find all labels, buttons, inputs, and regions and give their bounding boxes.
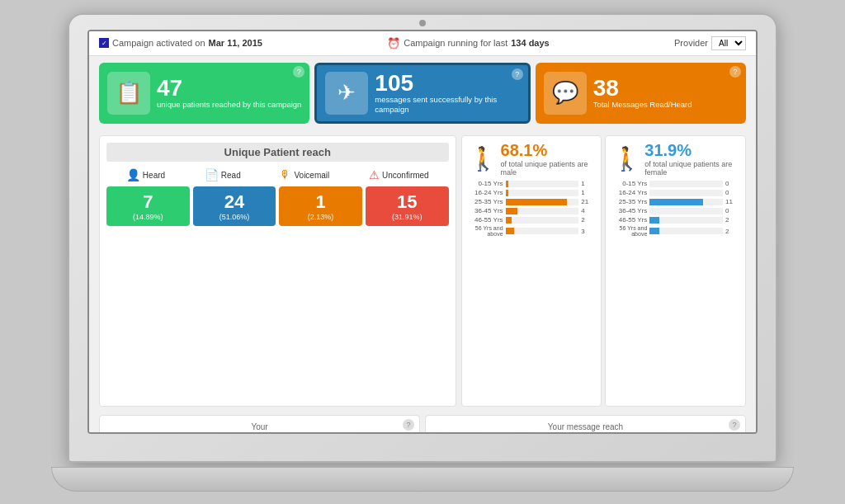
campaign-activated-section: ✓ Campaign activated on Mar 11, 2015 [99,38,262,48]
female-age-0-15: 0-15 Yrs 0 [612,180,739,187]
female-age-val-0-15: 0 [725,180,739,187]
category-heard: 👤 Heard [126,168,165,181]
male-age-bg-36-45 [506,208,579,214]
chat-icon: 💬 [544,72,587,115]
count-heard: 7 (14.89%) [106,186,190,226]
female-age-16-24: 16-24 Yrs 0 [612,189,739,196]
male-age-val-16-24: 1 [581,189,594,196]
stat-number-patients: 47 [157,77,301,100]
male-age-46-55: 46-55 Yrs 2 [469,216,595,224]
female-age-label-25-35: 25-35 Yrs [612,198,647,205]
provider-select[interactable]: All [711,36,746,50]
categories-row: 👤 Heard 📄 Read 🎙 Voicemail [106,168,449,181]
heard-icon: 👤 [126,168,140,181]
male-age-val-36-45: 4 [581,207,594,214]
female-age-bg-46-55 [649,217,723,224]
female-age-label-36-45: 36-45 Yrs [612,207,647,214]
female-age-bars: 0-15 Yrs 0 16-24 Yrs 0 [612,180,739,237]
male-age-36-45: 36-45 Yrs 4 [469,207,595,214]
bottom-card-delivery-meter: ? Your message reach Delivery success me… [425,415,746,431]
bottom-card-your-message-reach: Your message reach [432,422,739,431]
provider-section: Provider All [674,36,746,50]
count-unconfirmed-number: 15 [369,191,446,213]
male-age-bg-56plus [506,228,579,234]
male-age-bg-16-24 [506,190,579,196]
male-age-val-0-15: 1 [581,180,594,187]
female-age-36-45: 36-45 Yrs 0 [612,207,739,214]
stat-card-patients: 📋 47 unique patients reached by this cam… [99,63,309,125]
bottom-card-messages-sent: ? Your Count of Successful Messages Sent… [99,415,420,431]
male-age-val-46-55: 2 [581,216,594,224]
count-unconfirmed: 15 (31.91%) [366,186,449,226]
female-age-bg-36-45 [649,208,723,214]
female-age-46-55: 46-55 Yrs 2 [612,216,739,224]
male-age-bg-0-15 [506,181,579,187]
male-age-56plus: 56 Yrs and above 3 [469,225,595,237]
male-age-label-36-45: 36-45 Yrs [469,207,503,214]
main-content: Unique Patient reach 👤 Heard 📄 Read [89,130,756,412]
unconfirmed-icon: ⚠ [369,168,380,181]
laptop-screen: ✓ Campaign activated on Mar 11, 2015 ⏰ C… [87,30,758,434]
count-voicemail-number: 1 [282,191,359,213]
right-panels: 🚶 68.1% of total unique patients are mal… [461,135,746,407]
male-age-bg-46-55 [506,217,579,224]
campaign-days: 134 days [511,38,549,48]
stats-row: 📋 47 unique patients reached by this cam… [89,56,756,131]
count-read: 24 (51.06%) [193,186,276,226]
male-age-label-0-15: 0-15 Yrs [469,180,503,187]
male-age-bg-25-35 [506,199,579,205]
question-icon-messages[interactable]: ? [512,68,523,80]
campaign-date: Mar 11, 2015 [209,38,262,48]
count-voicemail-pct: (2.13%) [282,213,359,221]
category-read: 📄 Read [205,168,241,181]
female-age-bg-0-15 [649,181,723,187]
male-icon: 🚶 [469,145,498,172]
female-age-label-46-55: 46-55 Yrs [612,216,647,224]
laptop-base [51,467,794,492]
female-age-56plus: 56 Yrs and above 2 [612,225,739,237]
female-age-val-56plus: 2 [725,228,739,235]
left-panel: Unique Patient reach 👤 Heard 📄 Read [99,135,456,407]
category-unconfirmed: ⚠ Unconfirmed [369,168,429,181]
male-header: 🚶 68.1% of total unique patients are mal… [469,141,595,177]
female-header: 🚶 31.9% of total unique patients are fem… [612,141,739,177]
stat-desc-read-heard: Total Messages Read/Heard [593,100,692,110]
heard-label: Heard [143,171,165,180]
male-age-val-25-35: 21 [581,198,594,205]
stat-card-read-heard: 💬 38 Total Messages Read/Heard ? [536,63,746,125]
male-age-0-15: 0-15 Yrs 1 [469,180,595,187]
female-age-val-25-35: 11 [725,198,739,205]
count-voicemail: 1 (2.13%) [279,186,362,226]
female-age-label-16-24: 16-24 Yrs [612,189,647,196]
male-panel: 🚶 68.1% of total unique patients are mal… [461,135,602,407]
female-icon: 🚶 [612,145,641,172]
send-icon: ✈ [325,72,368,115]
laptop-body: ✓ Campaign activated on Mar 11, 2015 ⏰ C… [68,13,777,463]
question-icon-patients[interactable]: ? [293,66,304,78]
female-age-val-36-45: 0 [725,207,739,214]
female-age-label-0-15: 0-15 Yrs [612,180,647,187]
male-age-bars: 0-15 Yrs 1 16-24 Yrs 1 [469,180,595,237]
stat-card-messages: ✈ 105 messages sent successfully by this… [314,63,530,125]
female-info: 31.9% of total unique patients are femal… [644,141,739,177]
count-heard-pct: (14.89%) [110,213,186,221]
question-icon-read-heard[interactable]: ? [729,66,741,78]
female-description: of total unique patients are female [644,160,739,177]
female-age-val-46-55: 2 [725,216,739,224]
stat-number-messages: 105 [375,72,519,95]
voicemail-icon: 🎙 [280,168,291,181]
male-age-label-25-35: 25-35 Yrs [469,198,503,205]
panel-title: Unique Patient reach [106,143,449,162]
category-voicemail: 🎙 Voicemail [280,168,329,181]
read-label: Read [221,171,241,180]
male-age-label-16-24: 16-24 Yrs [469,189,503,196]
count-read-number: 24 [196,191,273,213]
voicemail-label: Voicemail [294,171,329,180]
bottom-card-your-label: Your [106,422,413,431]
male-age-label-46-55: 46-55 Yrs [469,216,503,224]
alarm-icon: ⏰ [387,37,400,49]
laptop-frame: ✓ Campaign activated on Mar 11, 2015 ⏰ C… [51,13,794,492]
stat-info-messages: 105 messages sent successfully by this c… [375,72,519,115]
female-age-25-35: 25-35 Yrs 11 [612,198,739,205]
count-unconfirmed-pct: (31.91%) [369,213,446,221]
